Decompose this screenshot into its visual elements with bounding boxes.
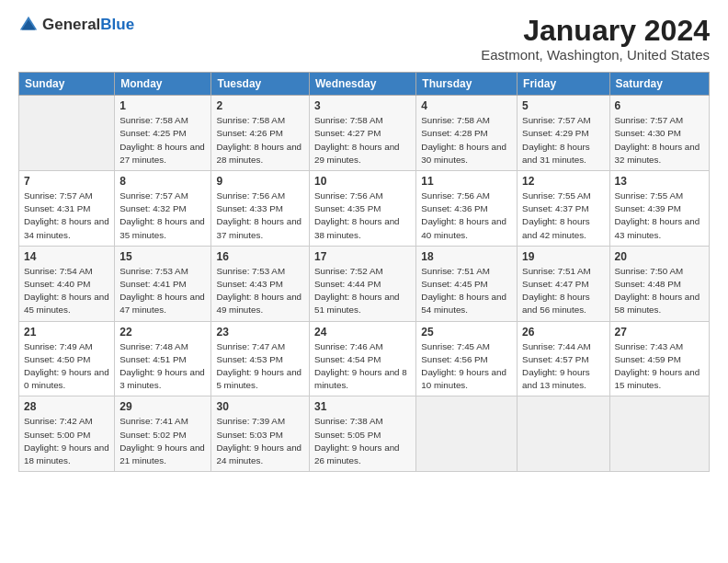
day-info: Sunrise: 7:58 AMSunset: 4:27 PMDaylight:… <box>314 114 411 167</box>
cell-content: 23 Sunrise: 7:47 AMSunset: 4:53 PMDaylig… <box>216 326 304 393</box>
calendar-cell <box>416 396 518 472</box>
calendar-cell: 4 Sunrise: 7:58 AMSunset: 4:28 PMDayligh… <box>416 96 518 171</box>
day-info: Sunrise: 7:44 AMSunset: 4:57 PMDaylight:… <box>522 340 604 393</box>
cell-content: 3 Sunrise: 7:58 AMSunset: 4:27 PMDayligh… <box>314 99 411 167</box>
day-number: 28 <box>24 400 109 413</box>
calendar-cell: 25 Sunrise: 7:45 AMSunset: 4:56 PMDaylig… <box>416 321 518 396</box>
cell-content: 15 Sunrise: 7:53 AMSunset: 4:41 PMDaylig… <box>119 250 206 317</box>
cell-content: 19 Sunrise: 7:51 AMSunset: 4:47 PMDaylig… <box>522 250 604 317</box>
calendar-cell: 12 Sunrise: 7:55 AMSunset: 4:37 PMDaylig… <box>518 171 609 247</box>
cell-content: 2 Sunrise: 7:58 AMSunset: 4:26 PMDayligh… <box>216 99 304 167</box>
calendar-cell: 9 Sunrise: 7:56 AMSunset: 4:33 PMDayligh… <box>211 171 310 247</box>
cell-content: 21 Sunrise: 7:49 AMSunset: 4:50 PMDaylig… <box>24 326 109 393</box>
day-info: Sunrise: 7:57 AMSunset: 4:29 PMDaylight:… <box>522 114 604 167</box>
day-info: Sunrise: 7:43 AMSunset: 4:59 PMDaylight:… <box>615 340 704 393</box>
cell-content: 12 Sunrise: 7:55 AMSunset: 4:37 PMDaylig… <box>522 175 604 242</box>
day-info: Sunrise: 7:58 AMSunset: 4:25 PMDaylight:… <box>119 114 206 167</box>
day-number: 16 <box>216 250 304 263</box>
day-info: Sunrise: 7:45 AMSunset: 4:56 PMDaylight:… <box>421 340 512 393</box>
cell-content: 18 Sunrise: 7:51 AMSunset: 4:45 PMDaylig… <box>421 250 512 317</box>
cell-content: 22 Sunrise: 7:48 AMSunset: 4:51 PMDaylig… <box>119 326 206 393</box>
header: GeneralBlue January 2024 Eastmont, Washi… <box>18 15 710 63</box>
calendar-cell: 18 Sunrise: 7:51 AMSunset: 4:45 PMDaylig… <box>416 246 518 321</box>
day-number: 29 <box>119 400 206 413</box>
day-info: Sunrise: 7:52 AMSunset: 4:44 PMDaylight:… <box>314 265 411 317</box>
cell-content: 31 Sunrise: 7:38 AMSunset: 5:05 PMDaylig… <box>314 400 411 467</box>
calendar-cell: 5 Sunrise: 7:57 AMSunset: 4:29 PMDayligh… <box>518 96 609 171</box>
day-number: 8 <box>119 175 206 188</box>
calendar-cell: 13 Sunrise: 7:55 AMSunset: 4:39 PMDaylig… <box>609 171 709 247</box>
cell-content: 1 Sunrise: 7:58 AMSunset: 4:25 PMDayligh… <box>119 99 206 167</box>
day-number: 20 <box>615 250 704 263</box>
calendar-cell: 6 Sunrise: 7:57 AMSunset: 4:30 PMDayligh… <box>609 96 709 171</box>
day-number: 25 <box>421 326 512 339</box>
day-number: 22 <box>119 326 206 339</box>
day-number: 26 <box>522 326 604 339</box>
cell-content: 6 Sunrise: 7:57 AMSunset: 4:30 PMDayligh… <box>615 99 704 167</box>
logo-blue: Blue <box>100 16 134 33</box>
calendar-cell: 11 Sunrise: 7:56 AMSunset: 4:36 PMDaylig… <box>416 171 518 247</box>
calendar-week-4: 28 Sunrise: 7:42 AMSunset: 5:00 PMDaylig… <box>19 396 710 472</box>
day-info: Sunrise: 7:42 AMSunset: 5:00 PMDaylight:… <box>24 415 109 467</box>
logo-text: GeneralBlue <box>42 16 134 34</box>
calendar-cell: 27 Sunrise: 7:43 AMSunset: 4:59 PMDaylig… <box>609 321 709 396</box>
calendar-week-0: 1 Sunrise: 7:58 AMSunset: 4:25 PMDayligh… <box>19 96 710 171</box>
calendar-cell: 16 Sunrise: 7:53 AMSunset: 4:43 PMDaylig… <box>211 246 310 321</box>
day-info: Sunrise: 7:47 AMSunset: 4:53 PMDaylight:… <box>216 340 304 393</box>
col-monday: Monday <box>115 73 211 96</box>
day-number: 21 <box>24 326 109 339</box>
subtitle: Eastmont, Washington, United States <box>481 47 710 63</box>
day-number: 30 <box>216 400 304 413</box>
col-friday: Friday <box>518 73 609 96</box>
day-number: 19 <box>522 250 604 263</box>
day-info: Sunrise: 7:56 AMSunset: 4:36 PMDaylight:… <box>421 190 512 242</box>
day-number: 9 <box>216 175 304 188</box>
col-sunday: Sunday <box>19 73 115 96</box>
cell-content: 24 Sunrise: 7:46 AMSunset: 4:54 PMDaylig… <box>314 326 411 393</box>
cell-content: 25 Sunrise: 7:45 AMSunset: 4:56 PMDaylig… <box>421 326 512 393</box>
day-number: 2 <box>216 99 304 112</box>
col-thursday: Thursday <box>416 73 518 96</box>
day-info: Sunrise: 7:55 AMSunset: 4:37 PMDaylight:… <box>522 190 604 242</box>
calendar-week-2: 14 Sunrise: 7:54 AMSunset: 4:40 PMDaylig… <box>19 246 710 321</box>
day-info: Sunrise: 7:56 AMSunset: 4:35 PMDaylight:… <box>314 190 411 242</box>
calendar-cell: 17 Sunrise: 7:52 AMSunset: 4:44 PMDaylig… <box>309 246 415 321</box>
col-saturday: Saturday <box>609 73 709 96</box>
day-number: 23 <box>216 326 304 339</box>
day-info: Sunrise: 7:57 AMSunset: 4:30 PMDaylight:… <box>615 114 704 167</box>
calendar-body: 1 Sunrise: 7:58 AMSunset: 4:25 PMDayligh… <box>19 96 710 472</box>
day-info: Sunrise: 7:49 AMSunset: 4:50 PMDaylight:… <box>24 340 109 393</box>
cell-content: 4 Sunrise: 7:58 AMSunset: 4:28 PMDayligh… <box>421 99 512 167</box>
day-info: Sunrise: 7:51 AMSunset: 4:45 PMDaylight:… <box>421 265 512 317</box>
calendar-cell: 7 Sunrise: 7:57 AMSunset: 4:31 PMDayligh… <box>19 171 115 247</box>
cell-content: 29 Sunrise: 7:41 AMSunset: 5:02 PMDaylig… <box>119 400 206 467</box>
cell-content: 14 Sunrise: 7:54 AMSunset: 4:40 PMDaylig… <box>24 250 109 317</box>
col-wednesday: Wednesday <box>309 73 415 96</box>
logo-icon <box>18 15 39 35</box>
cell-content: 9 Sunrise: 7:56 AMSunset: 4:33 PMDayligh… <box>216 175 304 242</box>
day-info: Sunrise: 7:57 AMSunset: 4:31 PMDaylight:… <box>24 190 109 242</box>
calendar-week-1: 7 Sunrise: 7:57 AMSunset: 4:31 PMDayligh… <box>19 171 710 247</box>
day-number: 14 <box>24 250 109 263</box>
day-number: 7 <box>24 175 109 188</box>
day-info: Sunrise: 7:50 AMSunset: 4:48 PMDaylight:… <box>615 265 704 317</box>
logo: GeneralBlue <box>18 15 134 35</box>
day-info: Sunrise: 7:48 AMSunset: 4:51 PMDaylight:… <box>119 340 206 393</box>
calendar-cell: 1 Sunrise: 7:58 AMSunset: 4:25 PMDayligh… <box>115 96 211 171</box>
cell-content: 26 Sunrise: 7:44 AMSunset: 4:57 PMDaylig… <box>522 326 604 393</box>
cell-content: 13 Sunrise: 7:55 AMSunset: 4:39 PMDaylig… <box>615 175 704 242</box>
calendar-cell: 28 Sunrise: 7:42 AMSunset: 5:00 PMDaylig… <box>19 396 115 472</box>
calendar-cell: 21 Sunrise: 7:49 AMSunset: 4:50 PMDaylig… <box>19 321 115 396</box>
day-info: Sunrise: 7:57 AMSunset: 4:32 PMDaylight:… <box>119 190 206 242</box>
day-number: 17 <box>314 250 411 263</box>
day-info: Sunrise: 7:58 AMSunset: 4:28 PMDaylight:… <box>421 114 512 167</box>
day-number: 5 <box>522 99 604 112</box>
calendar-cell: 30 Sunrise: 7:39 AMSunset: 5:03 PMDaylig… <box>211 396 310 472</box>
calendar-cell: 2 Sunrise: 7:58 AMSunset: 4:26 PMDayligh… <box>211 96 310 171</box>
cell-content: 20 Sunrise: 7:50 AMSunset: 4:48 PMDaylig… <box>615 250 704 317</box>
calendar-cell: 31 Sunrise: 7:38 AMSunset: 5:05 PMDaylig… <box>309 396 415 472</box>
day-number: 13 <box>615 175 704 188</box>
day-number: 12 <box>522 175 604 188</box>
calendar-cell: 24 Sunrise: 7:46 AMSunset: 4:54 PMDaylig… <box>309 321 415 396</box>
day-number: 31 <box>314 400 411 413</box>
